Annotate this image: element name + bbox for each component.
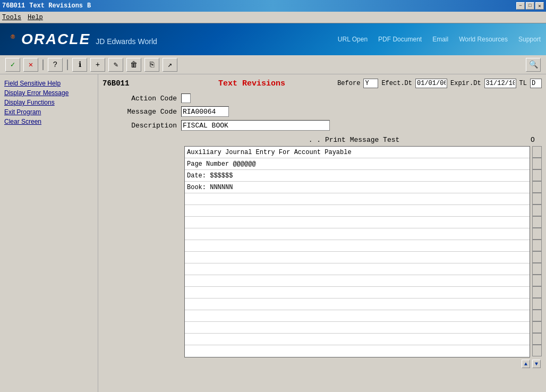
line-checkbox-12[interactable] xyxy=(532,286,542,298)
sidebar-item-field-sensitive-help[interactable]: Field Sensitive Help xyxy=(2,79,96,88)
checkboxes-col xyxy=(532,146,542,357)
text-line-13[interactable] xyxy=(185,299,530,310)
efect-dt-label: Efect.Dt xyxy=(381,80,412,87)
app-id: 76B011 xyxy=(2,2,25,10)
line-checkbox-8[interactable] xyxy=(532,240,542,251)
form-id: 76B011 xyxy=(103,79,166,88)
help-button[interactable]: ? xyxy=(48,58,63,72)
line-checkbox-0[interactable] xyxy=(532,146,542,158)
text-line-0[interactable]: Auxiliary Journal Entry For Account Paya… xyxy=(185,147,530,158)
minimize-button[interactable]: − xyxy=(516,2,525,10)
line-checkbox-1[interactable] xyxy=(532,158,542,169)
main-layout: Field Sensitive Help Display Error Messa… xyxy=(0,74,546,392)
before-label: Before xyxy=(337,80,360,87)
nav-support[interactable]: Support xyxy=(518,36,541,43)
description-row: Description xyxy=(103,120,542,131)
logo-area: ® ORACLE JD Edwards World URL Open PDF D… xyxy=(0,23,546,55)
toolbar-separator-1 xyxy=(42,59,44,70)
action-code-checkbox[interactable] xyxy=(181,93,191,103)
before-field[interactable] xyxy=(363,79,378,88)
maximize-button[interactable]: □ xyxy=(526,2,534,10)
nav-pdf-document[interactable]: PDF Document xyxy=(378,36,422,43)
title-bar-left: 76B011 Text Revisions B xyxy=(2,2,91,10)
edit-button[interactable]: ✎ xyxy=(108,58,123,72)
tl-field[interactable] xyxy=(530,79,542,88)
sidebar-item-display-error-message[interactable]: Display Error Message xyxy=(2,88,96,98)
form-body: Action Code Message Code Description xyxy=(103,93,542,131)
text-line-15[interactable] xyxy=(185,322,530,334)
text-line-5[interactable] xyxy=(185,205,530,217)
action-code-row: Action Code xyxy=(103,93,542,103)
print-header: . . Print Message Test O xyxy=(103,136,542,144)
add-button[interactable]: + xyxy=(90,58,105,72)
message-code-row: Message Code xyxy=(103,106,542,117)
text-line-2[interactable]: Date: $$$$$$ xyxy=(185,170,530,182)
text-line-10[interactable] xyxy=(185,263,530,275)
cancel-button[interactable]: ✕ xyxy=(23,58,38,72)
nav-links: URL Open PDF Document Email World Resour… xyxy=(338,23,541,55)
search-button[interactable]: 🔍 xyxy=(526,58,541,72)
text-line-12[interactable] xyxy=(185,287,530,299)
line-checkbox-5[interactable] xyxy=(532,204,542,216)
title-bar: 76B011 Text Revisions B − □ ✕ xyxy=(0,0,546,12)
text-line-6[interactable] xyxy=(185,217,530,228)
text-line-7[interactable] xyxy=(185,228,530,240)
line-checkbox-13[interactable] xyxy=(532,298,542,310)
menu-bar: Tools Help xyxy=(0,12,546,23)
close-button[interactable]: ✕ xyxy=(535,2,544,10)
app-name: Text Revisions xyxy=(29,2,83,10)
app-version: B xyxy=(87,2,91,10)
print-title: . . Print Message Test xyxy=(183,136,525,144)
jde-logo: JD Edwards World xyxy=(96,37,157,46)
line-checkbox-10[interactable] xyxy=(532,263,542,275)
sidebar-item-display-functions[interactable]: Display Functions xyxy=(2,98,96,107)
line-checkbox-11[interactable] xyxy=(532,275,542,286)
message-code-field[interactable] xyxy=(181,106,229,117)
text-line-11[interactable] xyxy=(185,275,530,287)
expir-dt-field[interactable] xyxy=(484,79,516,88)
tools-menu[interactable]: Tools xyxy=(2,14,21,21)
text-line-17[interactable] xyxy=(185,345,530,357)
text-line-16[interactable] xyxy=(185,334,530,345)
sidebar-item-exit-program[interactable]: Exit Program xyxy=(2,107,96,117)
description-field[interactable] xyxy=(181,120,330,131)
copy-button[interactable]: ⎘ xyxy=(144,58,159,72)
line-checkbox-9[interactable] xyxy=(532,251,542,263)
line-checkbox-14[interactable] xyxy=(532,310,542,321)
check-button[interactable]: ✓ xyxy=(5,58,20,72)
title-bar-controls: − □ ✕ xyxy=(516,2,544,10)
export-button[interactable]: ↗ xyxy=(163,58,177,72)
nav-url-open[interactable]: URL Open xyxy=(338,36,368,43)
line-checkbox-16[interactable] xyxy=(532,333,542,345)
line-checkbox-17[interactable] xyxy=(532,345,542,356)
message-code-label: Message Code xyxy=(103,108,177,116)
text-line-3[interactable]: Book: NNNNNN xyxy=(185,182,530,193)
line-checkbox-6[interactable] xyxy=(532,216,542,228)
efect-dt-field[interactable] xyxy=(415,79,447,88)
nav-world-resources[interactable]: World Resources xyxy=(459,36,508,43)
text-line-4[interactable] xyxy=(185,193,530,205)
sidebar: Field Sensitive Help Display Error Messa… xyxy=(0,74,98,392)
expir-dt-label: Expir.Dt xyxy=(450,80,481,87)
line-checkbox-7[interactable] xyxy=(532,228,542,240)
description-label: Description xyxy=(103,122,177,130)
form-meta: Before Efect.Dt Expir.Dt TL xyxy=(337,79,542,88)
line-checkbox-2[interactable] xyxy=(532,169,542,181)
line-checkbox-4[interactable] xyxy=(532,193,542,204)
line-checkbox-3[interactable] xyxy=(532,181,542,193)
text-line-1[interactable]: Page Number @@@@@@ xyxy=(185,158,530,170)
scroll-down-button[interactable]: ▼ xyxy=(532,360,541,368)
form-header: 76B011 Text Revisions Before Efect.Dt Ex… xyxy=(103,79,542,88)
delete-button[interactable]: 🗑 xyxy=(126,58,141,72)
scroll-up-button[interactable]: ▲ xyxy=(522,360,530,368)
line-checkbox-15[interactable] xyxy=(532,321,542,333)
text-line-8[interactable] xyxy=(185,240,530,252)
sidebar-item-clear-screen[interactable]: Clear Screen xyxy=(2,117,96,126)
text-line-9[interactable] xyxy=(185,252,530,263)
toolbar: ✓ ✕ ? ℹ + ✎ 🗑 ⎘ ↗ 🔍 xyxy=(0,55,546,74)
info-button[interactable]: ℹ xyxy=(72,58,87,72)
text-line-14[interactable] xyxy=(185,310,530,322)
nav-email[interactable]: Email xyxy=(432,36,448,43)
text-lines: Auxiliary Journal Entry For Account Paya… xyxy=(184,146,530,357)
help-menu[interactable]: Help xyxy=(28,14,43,21)
